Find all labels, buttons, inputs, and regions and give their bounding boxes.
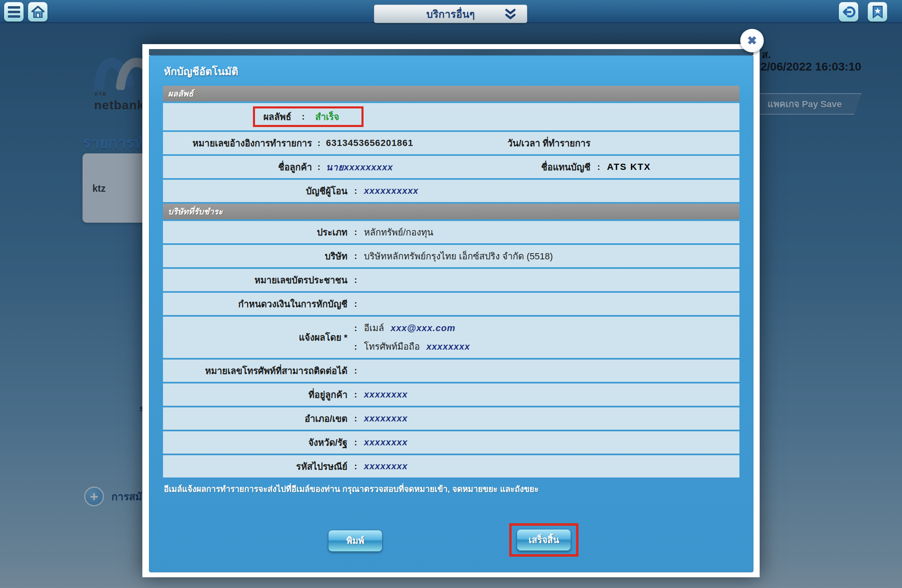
notify-email-value: xxx@xxx.com xyxy=(391,323,456,334)
address-row: ที่อยู่ลูกค้า : xxxxxxxx xyxy=(163,383,739,406)
transaction-datetime-label: วัน/เวลา ที่ทำรายการ xyxy=(452,136,590,151)
transfer-account-value: xxxxxxxxxx xyxy=(364,186,739,196)
bookmark-star-icon xyxy=(872,5,883,19)
home-button[interactable] xyxy=(28,2,47,21)
colon: : xyxy=(347,389,364,400)
result-value: สำเร็จ xyxy=(315,110,739,124)
notify-label: แจ้งผลโดย * xyxy=(163,330,347,345)
notify-row: แจ้งผลโดย * : อีเมล์ xxx@xxx.com : โทรศั… xyxy=(163,317,739,358)
notify-phone-label: โทรศัพท์มือถือ xyxy=(364,339,420,354)
postal-code-label: รหัสไปรษณีย์ xyxy=(163,459,347,474)
other-services-dropdown[interactable]: บริการอื่นๆ xyxy=(374,5,527,23)
postal-code-row: รหัสไปรษณีย์ : xxxxxxxx xyxy=(163,455,739,477)
province-value: xxxxxxxx xyxy=(364,437,739,448)
colon: : xyxy=(347,341,364,352)
type-label: ประเภท xyxy=(163,225,347,240)
chevron-double-down-icon xyxy=(505,8,516,21)
result-label: ผลลัพธ์ xyxy=(163,110,291,124)
reference-label: หมายเลขอ้างอิงการทำรายการ xyxy=(163,136,312,151)
result-row: ผลลัพธ์ : สำเร็จ xyxy=(163,103,739,130)
colon: : xyxy=(347,323,364,334)
result-modal: หักบัญชีอัตโนมัติ ผลลัพธ์ ผลลัพธ์ : สำเร… xyxy=(142,44,760,577)
page: KTB netbank รายการหัก ktz s ส. 2/06/2022… xyxy=(0,0,902,588)
home-icon xyxy=(31,6,45,18)
debit-limit-row: กำหนดวงเงินในการหักบัญชี : xyxy=(163,293,739,315)
postal-code-value: xxxxxxxx xyxy=(364,461,739,472)
colon: : xyxy=(347,413,364,424)
contact-phone-row: หมายเลขโทรศัพท์ที่สามารถติดต่อได้ : xyxy=(163,360,739,382)
debit-limit-label: กำหนดวงเงินในการหักบัญชี xyxy=(163,297,347,311)
transfer-account-row: บัญชีผู้โอน : xxxxxxxxxx xyxy=(163,180,739,202)
logout-button[interactable] xyxy=(839,2,858,21)
colon: : xyxy=(347,227,364,238)
menu-button[interactable] xyxy=(4,2,24,21)
print-button[interactable]: พิมพ์ xyxy=(328,530,383,552)
colon: : xyxy=(347,251,364,261)
hamburger-icon xyxy=(8,6,20,18)
section-header-company: บริษัทที่รับชำระ xyxy=(163,204,739,219)
modal-title: หักบัญชีอัตโนมัติ xyxy=(164,63,739,80)
logout-icon xyxy=(842,6,855,18)
bookmark-button[interactable] xyxy=(868,2,887,21)
colon: : xyxy=(347,365,364,376)
address-value: xxxxxxxx xyxy=(364,389,739,400)
notify-email-label: อีเมล์ xyxy=(364,321,384,335)
customer-name-value: นายxxxxxxxxx xyxy=(326,160,452,174)
company-row: บริษัท : บริษัทหลักทรัพย์กรุงไทย เอ็กซ์ส… xyxy=(163,245,739,267)
province-row: จังหวัด/รัฐ : xxxxxxxx xyxy=(163,431,739,454)
other-services-label: บริการอื่นๆ xyxy=(426,6,475,22)
modal-top-strip xyxy=(149,49,753,55)
colon: : xyxy=(590,162,607,172)
address-label: ที่อยู่ลูกค้า xyxy=(163,388,347,402)
section-header-result: ผลลัพธ์ xyxy=(163,86,739,101)
type-value: หลักทรัพย์/กองทุน xyxy=(364,225,739,240)
district-value: xxxxxxxx xyxy=(364,413,739,424)
colon: : xyxy=(347,275,364,285)
colon: : xyxy=(347,437,364,448)
finish-button[interactable]: เสร็จสิ้น xyxy=(517,529,571,551)
customer-name-label: ชื่อลูกค้า xyxy=(163,160,312,174)
colon: : xyxy=(347,461,364,472)
citizen-id-row: หมายเลขบัตรประชาชน : xyxy=(163,269,739,291)
colon: : xyxy=(347,186,364,196)
notify-phone-value: xxxxxxxx xyxy=(426,341,470,352)
button-bar: พิมพ์ เสร็จสิ้น xyxy=(163,514,739,563)
colon: : xyxy=(312,138,326,148)
company-value: บริษัทหลักทรัพย์กรุงไทย เอ็กซ์สปริง จำกั… xyxy=(364,249,739,263)
finish-highlight-box: เสร็จสิ้น xyxy=(509,523,579,557)
account-alias-value: ATS KTX xyxy=(607,162,739,172)
province-label: จังหวัด/รัฐ xyxy=(163,435,347,450)
reference-row: หมายเลขอ้างอิงการทำรายการ : 631345365620… xyxy=(163,132,739,154)
citizen-id-label: หมายเลขบัตรประชาชน xyxy=(163,273,347,287)
reference-value: 6313453656201861 xyxy=(326,138,452,148)
top-navbar: บริการอื่นๆ xyxy=(0,0,902,23)
customer-row: ชื่อลูกค้า : นายxxxxxxxxx ชื่อแทนบัญชี :… xyxy=(163,156,739,178)
type-row: ประเภท : หลักทรัพย์/กองทุน xyxy=(163,221,739,243)
modal-dialog: หักบัญชีอัตโนมัติ ผลลัพธ์ ผลลัพธ์ : สำเร… xyxy=(149,55,753,572)
colon: : xyxy=(312,162,326,172)
account-alias-label: ชื่อแทนบัญชี xyxy=(452,160,590,174)
transfer-account-label: บัญชีผู้โอน xyxy=(163,184,347,198)
company-label: บริษัท xyxy=(163,249,347,263)
district-label: อำเภอ/เขต xyxy=(163,412,347,426)
close-icon[interactable]: ✖ xyxy=(740,29,764,52)
colon: : xyxy=(347,299,364,309)
colon: : xyxy=(291,111,315,122)
email-footer-note: อีเมล์แจ้งผลการทำรายการจะส่งไปที่อีเมล์ข… xyxy=(164,482,739,496)
district-row: อำเภอ/เขต : xxxxxxxx xyxy=(163,407,739,430)
contact-phone-label: หมายเลขโทรศัพท์ที่สามารถติดต่อได้ xyxy=(163,364,347,378)
